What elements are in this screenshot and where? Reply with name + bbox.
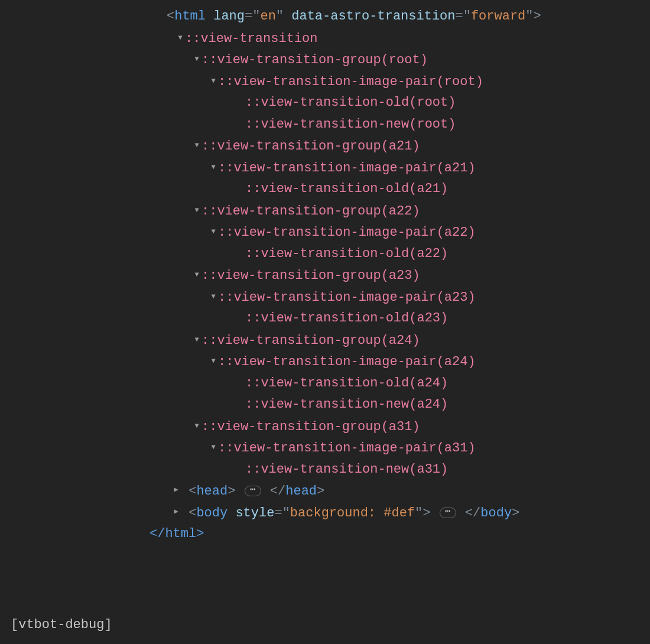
attr-value: background: #def <box>290 506 415 521</box>
tag-name: head <box>285 484 317 499</box>
pseudo-element-label: ::view-transition-old(a22) <box>245 246 448 261</box>
equals: = <box>274 506 282 521</box>
disclosure-down-icon[interactable]: ▼ <box>209 350 218 372</box>
angle-close: > <box>317 484 324 499</box>
tag-name: body <box>196 506 228 521</box>
angle-close: > <box>534 9 541 24</box>
angle-open: </ <box>270 484 285 499</box>
status-label: [vtbot-debug] <box>11 614 112 636</box>
disclosure-down-icon[interactable]: ▼ <box>192 264 202 286</box>
pseudo-element-label: ::view-transition-image-pair(root) <box>218 74 483 89</box>
pseudo-element-row[interactable]: ▼::view-transition-image-pair(root) <box>0 71 650 93</box>
pseudo-element-row[interactable]: ::view-transition-old(a21) <box>0 178 650 200</box>
angle-close: > <box>512 506 519 521</box>
pseudo-element-label: ::view-transition-old(root) <box>245 95 456 110</box>
pseudo-element-row[interactable]: ▼::view-transition-image-pair(a31) <box>0 437 650 459</box>
attr-value: forward <box>471 9 525 24</box>
pseudo-element-label: ::view-transition-group(a22) <box>202 204 420 219</box>
pseudo-element-label: ::view-transition-new(a31) <box>245 462 448 477</box>
disclosure-down-icon[interactable]: ▼ <box>209 437 218 458</box>
pseudo-element-row[interactable]: ::view-transition-new(a24) <box>0 394 650 416</box>
angle-open: < <box>167 9 174 24</box>
quote: " <box>463 9 471 24</box>
equals: = <box>245 9 252 24</box>
pseudo-element-subtree: ▼::view-transition▼::view-transition-gro… <box>0 28 650 481</box>
pseudo-element-row[interactable]: ▼::view-transition-group(a22) <box>0 200 650 222</box>
pseudo-element-label: ::view-transition-image-pair(a24) <box>218 354 476 369</box>
space <box>284 9 291 24</box>
disclosure-right-icon[interactable]: ▶ <box>171 501 181 523</box>
body-tag-row[interactable]: ▶ <body style="background: #def"> ⋯ </bo… <box>0 502 650 524</box>
pseudo-element-row[interactable]: ▼::view-transition-group(a21) <box>0 135 650 157</box>
quote: " <box>276 9 284 24</box>
pseudo-element-row[interactable]: ▼::view-transition-group(a24) <box>0 330 650 352</box>
attr-value: en <box>260 9 275 24</box>
attr-name: style <box>235 506 274 521</box>
angle-close: > <box>196 526 204 541</box>
disclosure-down-icon[interactable]: ▼ <box>192 329 202 351</box>
quote: " <box>415 506 422 521</box>
space <box>206 9 213 24</box>
quote: " <box>282 506 290 521</box>
pseudo-element-label: ::view-transition-old(a24) <box>245 376 448 391</box>
tag-name: body <box>480 506 512 521</box>
pseudo-element-label: ::view-transition-group(a21) <box>202 139 420 154</box>
pseudo-element-label: ::view-transition-group(a31) <box>202 419 420 434</box>
angle-open: < <box>188 506 196 521</box>
angle-close: > <box>228 484 235 499</box>
angle-open: </ <box>465 506 480 521</box>
tag-name: head <box>196 484 228 499</box>
pseudo-element-row[interactable]: ▼::view-transition-image-pair(a22) <box>0 222 650 243</box>
disclosure-down-icon[interactable]: ▼ <box>192 200 202 222</box>
pseudo-element-label: ::view-transition-group(a24) <box>202 333 420 348</box>
pseudo-element-row[interactable]: ::view-transition-old(a24) <box>0 373 650 395</box>
html-open-tag[interactable]: <html lang="en" data-astro-transition="f… <box>0 6 650 28</box>
equals: = <box>456 9 463 24</box>
pseudo-element-label: ::view-transition <box>185 31 317 46</box>
pseudo-element-row[interactable]: ::view-transition-old(a22) <box>0 243 650 265</box>
pseudo-element-row[interactable]: ▼::view-transition-image-pair(a23) <box>0 287 650 308</box>
quote: " <box>525 9 533 24</box>
head-tag-row[interactable]: ▶ <head> ⋯ </head> <box>0 480 650 502</box>
pseudo-element-row[interactable]: ::view-transition-old(root) <box>0 92 650 114</box>
pseudo-element-row[interactable]: ▼::view-transition-image-pair(a21) <box>0 157 650 179</box>
pseudo-element-label: ::view-transition-old(a21) <box>245 181 448 196</box>
pseudo-element-row[interactable]: ▼::view-transition-group(a23) <box>0 265 650 287</box>
ellipsis-pill[interactable]: ⋯ <box>440 508 456 518</box>
tag-name: html <box>165 526 196 541</box>
disclosure-down-icon[interactable]: ▼ <box>209 70 218 92</box>
pseudo-element-label: ::view-transition-new(root) <box>245 117 456 132</box>
pseudo-element-row[interactable]: ::view-transition-new(a31) <box>0 459 650 481</box>
quote: " <box>252 9 260 24</box>
pseudo-element-row[interactable]: ::view-transition-old(a23) <box>0 308 650 330</box>
space <box>228 506 235 521</box>
disclosure-down-icon[interactable]: ▼ <box>192 48 202 70</box>
pseudo-element-row[interactable]: ::view-transition-new(root) <box>0 114 650 136</box>
angle-open: </ <box>150 526 165 541</box>
dom-tree: <html lang="en" data-astro-transition="f… <box>0 6 650 545</box>
disclosure-down-icon[interactable]: ▼ <box>209 221 218 243</box>
pseudo-element-row[interactable]: ▼::view-transition-group(root) <box>0 49 650 71</box>
pseudo-element-label: ::view-transition-group(root) <box>202 53 428 67</box>
pseudo-element-row[interactable]: ▼::view-transition <box>0 28 650 50</box>
pseudo-element-row[interactable]: ▼::view-transition-image-pair(a24) <box>0 351 650 373</box>
pseudo-element-label: ::view-transition-image-pair(a31) <box>218 441 476 456</box>
ellipsis-pill[interactable]: ⋯ <box>245 486 261 496</box>
pseudo-element-label: ::view-transition-old(a23) <box>245 311 448 326</box>
disclosure-down-icon[interactable]: ▼ <box>209 286 218 308</box>
attr-name: lang <box>213 9 245 24</box>
pseudo-element-label: ::view-transition-image-pair(a22) <box>218 225 476 240</box>
disclosure-right-icon[interactable]: ▶ <box>171 479 181 501</box>
angle-close: > <box>422 506 430 521</box>
disclosure-down-icon[interactable]: ▼ <box>176 27 185 49</box>
pseudo-element-row[interactable]: ▼::view-transition-group(a31) <box>0 416 650 438</box>
html-close-tag[interactable]: </html> <box>0 523 650 545</box>
angle-open: < <box>188 484 196 499</box>
pseudo-element-label: ::view-transition-new(a24) <box>245 397 448 412</box>
tag-name: html <box>174 9 206 24</box>
disclosure-down-icon[interactable]: ▼ <box>209 157 218 178</box>
disclosure-down-icon[interactable]: ▼ <box>192 135 202 157</box>
attr-name: data-astro-transition <box>291 9 455 24</box>
disclosure-down-icon[interactable]: ▼ <box>192 415 202 437</box>
pseudo-element-label: ::view-transition-group(a23) <box>202 268 420 283</box>
